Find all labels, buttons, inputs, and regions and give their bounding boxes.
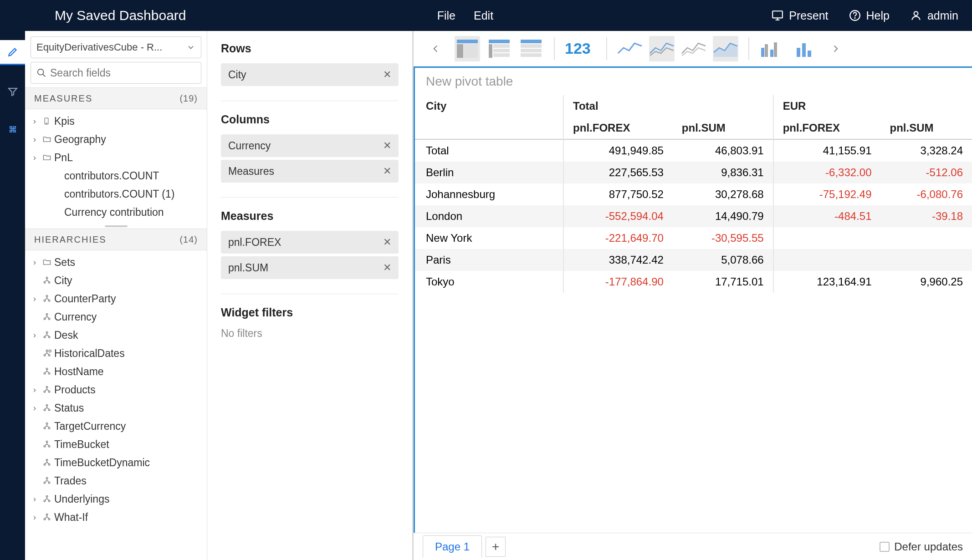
chip-remove-button[interactable]: ✕	[383, 236, 391, 248]
pivot-subcol[interactable]: pnl.SUM	[673, 117, 773, 139]
pivot-subcol[interactable]: pnl.FOREX	[773, 117, 881, 139]
table-row[interactable]: Berlin227,565.539,836.31-6,332.00-512.06	[415, 162, 972, 183]
rail-plugin-button[interactable]	[0, 117, 25, 143]
chip-remove-button[interactable]: ✕	[383, 140, 391, 152]
tree-item-label: TimeBucket	[54, 438, 109, 451]
toolbar-next-button[interactable]	[823, 36, 849, 61]
toolbar-multi-line-button[interactable]	[649, 36, 675, 61]
chip-label: City	[228, 69, 246, 81]
data-cell: 17,715.01	[673, 271, 773, 293]
measures-chip[interactable]: pnl.FOREX✕	[221, 231, 399, 254]
defer-checkbox[interactable]	[880, 542, 890, 552]
tree-item[interactable]: contributors.COUNT (1)	[25, 185, 207, 203]
toolbar-bar-chart-button[interactable]	[791, 36, 817, 61]
config-panel: Rows City✕ Columns Currency✕Measures✕ Me…	[207, 31, 412, 560]
pivot-col-group[interactable]: EUR	[773, 95, 972, 117]
bottom-bar: Page 1 + Defer updates	[414, 533, 972, 560]
toolbar-line-chart-button[interactable]	[617, 36, 643, 61]
present-button[interactable]: Present	[772, 9, 828, 22]
user-menu[interactable]: admin	[910, 9, 958, 22]
tree-item[interactable]: ›Desk	[25, 326, 207, 344]
tree-item[interactable]: Currency	[25, 308, 207, 326]
tree-item[interactable]: ›Underlyings	[25, 490, 207, 508]
pivot-subcol[interactable]: pnl.SUM	[880, 117, 972, 139]
svg-rect-69	[774, 42, 777, 57]
pivot-widget[interactable]: New pivot table City Total EUR pnl.FOREX…	[414, 66, 972, 533]
cube-selector[interactable]: EquityDerivativesCube - R...	[31, 36, 201, 58]
rail-edit-button[interactable]	[0, 40, 25, 65]
top-bar: My Saved Dashboard File Edit Present Hel…	[0, 0, 972, 31]
toolbar-number-button[interactable]: 123	[565, 40, 591, 57]
tree-item[interactable]: HostName	[25, 362, 207, 381]
tree-item[interactable]: ›Status	[25, 399, 207, 417]
chip-remove-button[interactable]: ✕	[383, 165, 391, 177]
svg-point-49	[48, 500, 50, 502]
tree-item-label: Underlyings	[54, 493, 109, 505]
tree-item[interactable]: Trades	[25, 472, 207, 490]
measures-chip[interactable]: pnl.SUM✕	[221, 256, 399, 279]
user-label: admin	[927, 9, 958, 22]
filled-area-icon	[713, 40, 738, 58]
table-row[interactable]: New York-221,649.70-30,595.55	[415, 227, 972, 249]
help-icon	[849, 10, 861, 21]
tree-item[interactable]: ›Kpis	[25, 112, 207, 130]
help-button[interactable]: Help	[849, 9, 890, 22]
table-row[interactable]: Tokyo-177,864.9017,715.01123,164.919,960…	[415, 271, 972, 293]
pivot-col-group[interactable]: Total	[563, 95, 773, 117]
toolbar-prev-button[interactable]	[423, 36, 448, 61]
toolbar-pivot-table-button[interactable]	[455, 36, 480, 61]
data-cell	[773, 249, 881, 271]
rows-chip[interactable]: City✕	[221, 63, 399, 86]
hierarchies-header[interactable]: HIERARCHIES (14)	[25, 229, 207, 250]
data-cell: 3,328.24	[880, 139, 972, 162]
svg-point-52	[48, 519, 50, 520]
tree-item[interactable]: TargetCurrency	[25, 417, 207, 435]
search-fields-box[interactable]	[31, 62, 201, 84]
columns-chip[interactable]: Currency✕	[221, 134, 399, 157]
defer-updates-toggle[interactable]: Defer updates	[880, 540, 963, 553]
tree-item[interactable]: City	[25, 271, 207, 290]
tree-item[interactable]: ›PnL	[25, 148, 207, 167]
menu-file[interactable]: File	[437, 9, 455, 22]
svg-rect-58	[493, 44, 510, 48]
tree-item[interactable]: TimeBucket	[25, 435, 207, 453]
panel-resize-handle[interactable]	[25, 224, 207, 229]
data-cell	[880, 249, 972, 271]
tree-item[interactable]: ›Geography	[25, 130, 207, 148]
search-input[interactable]	[50, 67, 195, 79]
chip-remove-button[interactable]: ✕	[383, 69, 391, 81]
tree-item[interactable]: HistoricalDates	[25, 344, 207, 362]
tree-item[interactable]: ›Products	[25, 381, 207, 399]
table-row[interactable]: Total491,949.8546,803.9141,155.913,328.2…	[415, 139, 972, 162]
toolbar-grouped-bar-button[interactable]	[759, 36, 785, 61]
pivot-subcol[interactable]: pnl.FOREX	[563, 117, 673, 139]
tree-item[interactable]: Currency contribution	[25, 203, 207, 221]
toolbar-filled-area-button[interactable]	[713, 36, 738, 61]
data-cell: -6,332.00	[773, 162, 881, 183]
measures-heading: Measures	[221, 209, 399, 223]
line-chart-icon	[617, 40, 643, 58]
table-row[interactable]: London-552,594.0414,490.79-484.51-39.18	[415, 205, 972, 227]
data-cell: -177,864.90	[563, 271, 673, 293]
tree-item[interactable]: TimeBucketDynamic	[25, 453, 207, 472]
tree-item[interactable]: ›CounterParty	[25, 290, 207, 308]
row-label-cell: New York	[415, 227, 563, 249]
data-cell	[773, 227, 881, 249]
table-row[interactable]: Paris338,742.425,078.66	[415, 249, 972, 271]
chip-remove-button[interactable]: ✕	[383, 262, 391, 274]
add-page-button[interactable]: +	[486, 537, 506, 557]
rail-filter-button[interactable]	[0, 79, 25, 104]
toolbar-table-button[interactable]	[518, 36, 544, 61]
tree-item[interactable]: ›Sets	[25, 253, 207, 271]
pivot-row-header[interactable]: City	[415, 95, 563, 117]
toolbar-area-chart-button[interactable]	[681, 36, 706, 61]
toolbar-tree-table-button[interactable]	[486, 36, 512, 61]
tree-item[interactable]: ›What-If	[25, 508, 207, 526]
row-label-cell: Paris	[415, 249, 563, 271]
measures-header[interactable]: MEASURES (19)	[25, 87, 207, 109]
menu-edit[interactable]: Edit	[474, 9, 493, 22]
table-row[interactable]: Johannesburg877,750.5230,278.68-75,192.4…	[415, 183, 972, 205]
tree-item[interactable]: contributors.COUNT	[25, 167, 207, 185]
columns-chip[interactable]: Measures✕	[221, 160, 399, 183]
page-tab[interactable]: Page 1	[423, 535, 482, 558]
